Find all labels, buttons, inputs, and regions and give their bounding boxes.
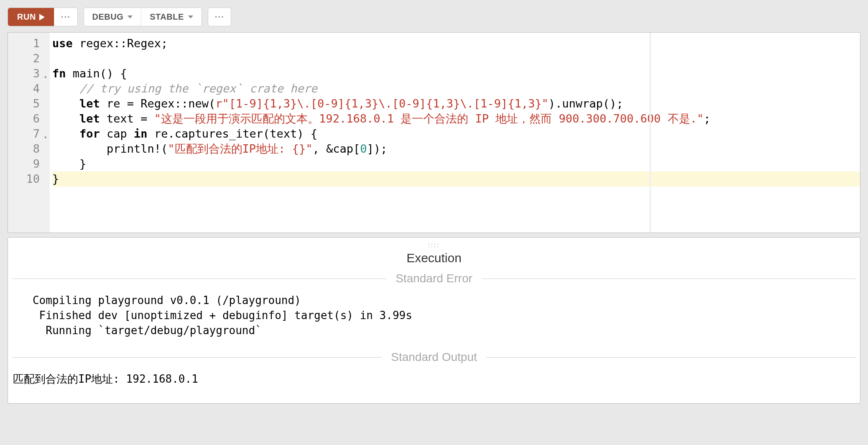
divider: [486, 357, 856, 358]
stable-button[interactable]: STABLE: [141, 8, 202, 26]
code-line[interactable]: }: [52, 156, 860, 171]
run-label: RUN: [17, 12, 36, 22]
line-number: 6: [8, 111, 40, 126]
line-number: 3: [8, 66, 40, 81]
chevron-down-icon: [188, 15, 193, 18]
stderr-label: Standard Error: [396, 272, 472, 285]
run-button[interactable]: RUN: [8, 8, 54, 26]
code-line[interactable]: for cap in re.captures_iter(text) {: [52, 126, 860, 141]
divider: [482, 279, 856, 279]
code-line[interactable]: [52, 51, 860, 66]
debug-label: DEBUG: [92, 12, 124, 22]
line-number: 4: [8, 81, 40, 96]
config-group: ···: [208, 8, 232, 26]
config-more-button[interactable]: ···: [208, 8, 231, 26]
stderr-text: Compiling playground v0.0.1 (/playground…: [8, 293, 860, 338]
debug-stable-group: DEBUG STABLE: [84, 8, 202, 26]
code-line[interactable]: let re = Regex::new(r"[1-9]{1,3}\.[0-9]{…: [52, 96, 860, 111]
editor[interactable]: 12345678910 use regex::Regex;fn main() {…: [8, 32, 860, 233]
execution-title: Execution: [8, 251, 860, 265]
stdout-label: Standard Output: [391, 350, 477, 364]
code-area[interactable]: use regex::Regex;fn main() { // try usin…: [50, 33, 860, 233]
code-line[interactable]: use regex::Regex;: [52, 36, 860, 51]
toolbar: RUN ··· DEBUG STABLE ···: [8, 8, 860, 26]
code-line[interactable]: fn main() {: [52, 66, 860, 81]
resize-handle[interactable]: ::::: [8, 242, 860, 248]
run-more-button[interactable]: ···: [54, 8, 77, 26]
run-group: RUN ···: [8, 8, 78, 26]
code-line[interactable]: println!("匹配到合法的IP地址: {}", &cap[0]);: [52, 141, 860, 156]
line-number: 9: [8, 156, 40, 171]
stdout-header: Standard Output: [8, 350, 860, 364]
divider: [12, 279, 386, 279]
debug-button[interactable]: DEBUG: [84, 8, 141, 26]
line-number: 8: [8, 141, 40, 156]
line-number: 2: [8, 51, 40, 66]
play-icon: [39, 14, 45, 20]
code-line[interactable]: }: [52, 171, 860, 187]
line-number: 5: [8, 96, 40, 111]
stderr-header: Standard Error: [8, 272, 860, 285]
code-line[interactable]: let text = "这是一段用于演示匹配的文本。192.168.0.1 是一…: [52, 111, 860, 126]
line-number: 1: [8, 36, 40, 51]
output-panel: :::: Execution Standard Error Compiling …: [8, 237, 860, 404]
stable-label: STABLE: [150, 12, 184, 22]
line-number: 10: [8, 171, 40, 187]
code-line[interactable]: // try using the `regex` crate here: [52, 81, 860, 96]
gutter: 12345678910: [8, 33, 50, 233]
stdout-text: 匹配到合法的IP地址: 192.168.0.1: [8, 371, 860, 386]
divider: [12, 357, 382, 358]
line-number: 7: [8, 126, 40, 141]
chevron-down-icon: [128, 15, 133, 18]
print-margin: [649, 33, 651, 233]
